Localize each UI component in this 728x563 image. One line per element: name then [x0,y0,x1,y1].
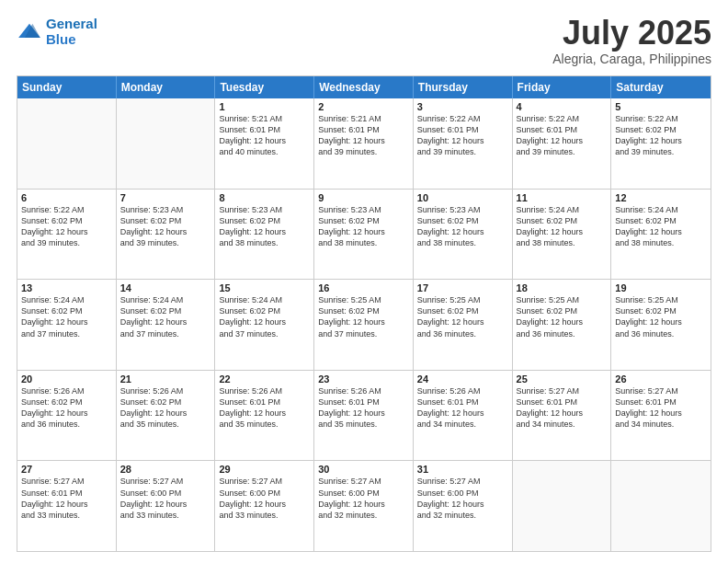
calendar-day-11: 11Sunrise: 5:24 AM Sunset: 6:02 PM Dayli… [513,190,612,280]
day-info: Sunrise: 5:22 AM Sunset: 6:02 PM Dayligh… [615,113,707,158]
calendar-week-5: 27Sunrise: 5:27 AM Sunset: 6:01 PM Dayli… [17,460,711,551]
day-info: Sunrise: 5:27 AM Sunset: 6:00 PM Dayligh… [318,476,409,521]
day-number: 30 [318,464,409,475]
header-day-friday: Friday [513,76,612,98]
calendar-day-1: 1Sunrise: 5:21 AM Sunset: 6:01 PM Daylig… [215,98,314,189]
day-number: 19 [615,282,707,293]
day-number: 24 [417,373,508,385]
calendar-week-1: 1Sunrise: 5:21 AM Sunset: 6:01 PM Daylig… [17,98,711,189]
calendar-week-2: 6Sunrise: 5:22 AM Sunset: 6:02 PM Daylig… [17,189,711,280]
calendar-week-3: 13Sunrise: 5:24 AM Sunset: 6:02 PM Dayli… [17,279,711,370]
calendar: SundayMondayTuesdayWednesdayThursdayFrid… [17,75,711,552]
calendar-day-23: 23Sunrise: 5:26 AM Sunset: 6:01 PM Dayli… [314,371,414,461]
day-info: Sunrise: 5:26 AM Sunset: 6:01 PM Dayligh… [417,385,508,431]
calendar-day-5: 5Sunrise: 5:22 AM Sunset: 6:02 PM Daylig… [611,98,711,189]
calendar-day-17: 17Sunrise: 5:25 AM Sunset: 6:02 PM Dayli… [414,280,513,370]
day-number: 28 [120,464,211,475]
calendar-day-20: 20Sunrise: 5:26 AM Sunset: 6:02 PM Dayli… [17,371,117,461]
calendar-day-9: 9Sunrise: 5:23 AM Sunset: 6:02 PM Daylig… [314,190,414,280]
day-info: Sunrise: 5:26 AM Sunset: 6:02 PM Dayligh… [120,385,211,431]
calendar-empty-cell [117,98,216,189]
day-number: 21 [120,373,211,385]
day-info: Sunrise: 5:23 AM Sunset: 6:02 PM Dayligh… [120,204,211,249]
calendar-empty-cell [611,461,711,551]
header-day-saturday: Saturday [611,76,711,98]
calendar-day-13: 13Sunrise: 5:24 AM Sunset: 6:02 PM Dayli… [17,280,117,370]
header-day-tuesday: Tuesday [215,76,314,98]
calendar-day-21: 21Sunrise: 5:26 AM Sunset: 6:02 PM Dayli… [117,371,216,461]
calendar-day-28: 28Sunrise: 5:27 AM Sunset: 6:00 PM Dayli… [117,461,216,551]
day-number: 25 [517,373,608,385]
calendar-day-31: 31Sunrise: 5:27 AM Sunset: 6:00 PM Dayli… [414,461,513,551]
day-info: Sunrise: 5:27 AM Sunset: 6:00 PM Dayligh… [417,476,508,521]
calendar-day-26: 26Sunrise: 5:27 AM Sunset: 6:01 PM Dayli… [611,371,711,461]
day-number: 16 [318,282,409,293]
day-info: Sunrise: 5:26 AM Sunset: 6:02 PM Dayligh… [21,385,112,431]
day-info: Sunrise: 5:24 AM Sunset: 6:02 PM Dayligh… [517,204,608,249]
day-number: 20 [21,373,112,385]
day-number: 13 [21,282,112,293]
calendar-day-27: 27Sunrise: 5:27 AM Sunset: 6:01 PM Dayli… [17,461,117,551]
day-number: 6 [21,192,112,203]
day-number: 26 [615,373,707,385]
header: General Blue July 2025 Alegria, Caraga, … [17,17,711,66]
header-day-sunday: Sunday [17,76,117,98]
day-info: Sunrise: 5:21 AM Sunset: 6:01 PM Dayligh… [318,113,409,158]
day-info: Sunrise: 5:22 AM Sunset: 6:01 PM Dayligh… [417,113,508,158]
day-number: 27 [21,464,112,475]
calendar-day-25: 25Sunrise: 5:27 AM Sunset: 6:01 PM Dayli… [513,371,612,461]
calendar-day-2: 2Sunrise: 5:21 AM Sunset: 6:01 PM Daylig… [314,98,414,189]
calendar-day-16: 16Sunrise: 5:25 AM Sunset: 6:02 PM Dayli… [314,280,414,370]
day-info: Sunrise: 5:26 AM Sunset: 6:01 PM Dayligh… [219,385,310,431]
calendar-day-18: 18Sunrise: 5:25 AM Sunset: 6:02 PM Dayli… [513,280,612,370]
day-number: 9 [318,192,409,203]
location: Alegria, Caraga, Philippines [552,52,711,66]
calendar-day-15: 15Sunrise: 5:24 AM Sunset: 6:02 PM Dayli… [215,280,314,370]
day-info: Sunrise: 5:26 AM Sunset: 6:01 PM Dayligh… [318,385,409,431]
calendar-day-29: 29Sunrise: 5:27 AM Sunset: 6:00 PM Dayli… [215,461,314,551]
day-info: Sunrise: 5:24 AM Sunset: 6:02 PM Dayligh… [615,204,707,249]
calendar-day-19: 19Sunrise: 5:25 AM Sunset: 6:02 PM Dayli… [611,280,711,370]
calendar-header: SundayMondayTuesdayWednesdayThursdayFrid… [17,76,711,98]
header-day-wednesday: Wednesday [314,76,414,98]
day-info: Sunrise: 5:23 AM Sunset: 6:02 PM Dayligh… [219,204,310,249]
day-info: Sunrise: 5:21 AM Sunset: 6:01 PM Dayligh… [219,113,310,158]
logo: General Blue [17,17,97,47]
day-info: Sunrise: 5:25 AM Sunset: 6:02 PM Dayligh… [417,294,508,339]
day-number: 17 [417,282,508,293]
calendar-day-30: 30Sunrise: 5:27 AM Sunset: 6:00 PM Dayli… [314,461,414,551]
day-info: Sunrise: 5:22 AM Sunset: 6:02 PM Dayligh… [21,204,112,249]
logo-icon [17,22,42,42]
day-info: Sunrise: 5:24 AM Sunset: 6:02 PM Dayligh… [21,294,112,339]
day-number: 7 [120,192,211,203]
logo-text: General Blue [46,17,97,47]
title-area: July 2025 Alegria, Caraga, Philippines [552,17,711,66]
day-number: 2 [318,101,409,112]
day-info: Sunrise: 5:22 AM Sunset: 6:01 PM Dayligh… [517,113,608,158]
day-info: Sunrise: 5:25 AM Sunset: 6:02 PM Dayligh… [318,294,409,339]
calendar-week-4: 20Sunrise: 5:26 AM Sunset: 6:02 PM Dayli… [17,370,711,461]
calendar-day-4: 4Sunrise: 5:22 AM Sunset: 6:01 PM Daylig… [513,98,612,189]
calendar-day-12: 12Sunrise: 5:24 AM Sunset: 6:02 PM Dayli… [611,190,711,280]
day-number: 22 [219,373,310,385]
calendar-empty-cell [513,461,612,551]
day-info: Sunrise: 5:27 AM Sunset: 6:00 PM Dayligh… [120,476,211,521]
day-info: Sunrise: 5:24 AM Sunset: 6:02 PM Dayligh… [120,294,211,339]
day-info: Sunrise: 5:27 AM Sunset: 6:01 PM Dayligh… [21,476,112,521]
day-info: Sunrise: 5:23 AM Sunset: 6:02 PM Dayligh… [417,204,508,249]
calendar-day-3: 3Sunrise: 5:22 AM Sunset: 6:01 PM Daylig… [414,98,513,189]
day-info: Sunrise: 5:24 AM Sunset: 6:02 PM Dayligh… [219,294,310,339]
day-number: 5 [615,101,707,112]
day-number: 1 [219,101,310,112]
day-number: 18 [517,282,608,293]
day-info: Sunrise: 5:25 AM Sunset: 6:02 PM Dayligh… [615,294,707,339]
day-info: Sunrise: 5:27 AM Sunset: 6:00 PM Dayligh… [219,476,310,521]
day-number: 29 [219,464,310,475]
day-number: 12 [615,192,707,203]
day-number: 4 [517,101,608,112]
header-day-thursday: Thursday [414,76,513,98]
calendar-day-7: 7Sunrise: 5:23 AM Sunset: 6:02 PM Daylig… [117,190,216,280]
calendar-day-14: 14Sunrise: 5:24 AM Sunset: 6:02 PM Dayli… [117,280,216,370]
day-number: 3 [417,101,508,112]
day-number: 31 [417,464,508,475]
